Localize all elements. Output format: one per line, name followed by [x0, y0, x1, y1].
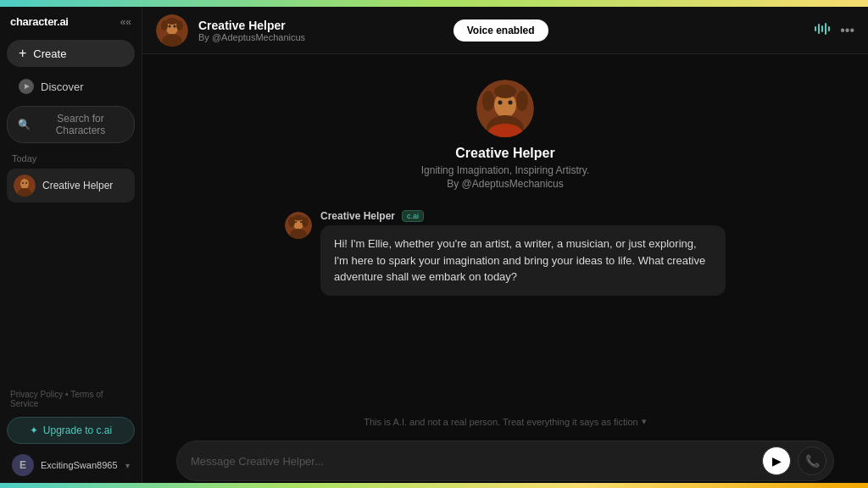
- search-characters-button[interactable]: 🔍 Search for Characters: [7, 106, 135, 143]
- message-avatar: [285, 212, 312, 239]
- discover-button[interactable]: Discover: [7, 72, 135, 101]
- svg-point-10: [169, 25, 171, 27]
- character-creator: By @AdeptusMechanicus: [447, 178, 564, 190]
- svg-point-24: [508, 101, 512, 105]
- header-character-creator: By @AdeptusMechanicus: [198, 32, 443, 42]
- voice-enabled-badge[interactable]: Voice enabled: [453, 19, 548, 42]
- header-character-info: Creative Helper By @AdeptusMechanicus: [198, 19, 443, 42]
- svg-rect-15: [815, 26, 816, 31]
- discover-icon: [19, 79, 34, 94]
- more-options-icon[interactable]: •••: [840, 23, 854, 38]
- main-area: Creative Helper By @AdeptusMechanicus Vo…: [142, 7, 868, 488]
- phone-icon: 📞: [805, 454, 820, 468]
- upgrade-icon: ✦: [30, 424, 38, 436]
- disclaimer-row: This is A.I. and not a real person. Trea…: [142, 411, 868, 432]
- search-icon: 🔍: [18, 119, 31, 130]
- message-bubble: Hi! I'm Ellie, whether you're an artist,…: [320, 225, 726, 296]
- svg-point-36: [293, 215, 303, 221]
- svg-point-23: [498, 101, 502, 105]
- send-icon: ▶: [772, 454, 782, 468]
- privacy-link[interactable]: Privacy Policy: [10, 390, 63, 399]
- waveform-icon[interactable]: [813, 20, 830, 41]
- chat-item-avatar: [14, 175, 36, 197]
- message-sender: Creative Helper: [320, 210, 395, 222]
- collapse-sidebar-button[interactable]: ««: [120, 16, 131, 28]
- svg-rect-16: [818, 24, 820, 34]
- disclaimer-chevron-icon: ▾: [642, 416, 647, 427]
- svg-rect-18: [825, 23, 826, 35]
- create-button[interactable]: + Create: [7, 40, 135, 67]
- character-name-large: Creative Helper: [455, 146, 554, 161]
- svg-point-6: [25, 182, 27, 184]
- svg-point-27: [494, 85, 516, 98]
- user-avatar: E: [12, 454, 34, 476]
- logo-row: character.ai ««: [7, 15, 135, 28]
- chat-item-name: Creative Helper: [42, 180, 113, 191]
- message-content: Creative Helper c.ai Hi! I'm Ellie, whet…: [320, 210, 726, 296]
- svg-rect-17: [821, 25, 823, 32]
- footer-separator: •: [65, 390, 69, 399]
- character-avatar-large: [476, 80, 534, 137]
- username: ExcitingSwan8965: [41, 460, 118, 470]
- today-section-label: Today: [7, 153, 135, 164]
- plus-icon: +: [19, 47, 26, 60]
- sidebar: character.ai «« + Create Discover 🔍 Sear…: [0, 7, 142, 488]
- call-button[interactable]: 📞: [798, 446, 826, 475]
- footer-links: Privacy Policy • Terms of Service: [7, 390, 135, 408]
- svg-point-11: [174, 25, 176, 27]
- svg-point-5: [22, 182, 24, 184]
- svg-point-14: [166, 18, 178, 25]
- message-row: Creative Helper c.ai Hi! I'm Ellie, whet…: [285, 210, 726, 296]
- header-actions: •••: [813, 20, 854, 41]
- user-info: E ExcitingSwan8965: [12, 454, 118, 476]
- header-character-name: Creative Helper: [198, 19, 443, 32]
- header-character-avatar: [156, 14, 188, 47]
- upgrade-button[interactable]: ✦ Upgrade to c.ai: [7, 417, 135, 444]
- svg-point-25: [482, 91, 494, 111]
- svg-point-33: [300, 221, 302, 223]
- character-tagline: Igniting Imagination, Inspiring Artistry…: [421, 164, 590, 176]
- top-gradient-bar: [0, 0, 868, 7]
- chat-header: Creative Helper By @AdeptusMechanicus Vo…: [142, 7, 868, 54]
- bottom-gradient-bar: [0, 483, 868, 488]
- user-menu[interactable]: E ExcitingSwan8965 ▾: [7, 451, 135, 480]
- input-row: ▶ 📞: [176, 441, 834, 481]
- ai-badge: c.ai: [402, 210, 424, 222]
- disclaimer-text: This is A.I. and not a real person. Trea…: [364, 417, 637, 427]
- message-input[interactable]: [191, 455, 755, 468]
- sidebar-footer: Privacy Policy • Terms of Service ✦ Upgr…: [7, 383, 135, 480]
- svg-point-26: [516, 91, 528, 111]
- chevron-down-icon: ▾: [125, 461, 130, 470]
- chat-area: Creative Helper Igniting Imagination, In…: [142, 54, 868, 411]
- message-text: Hi! I'm Ellie, whether you're an artist,…: [334, 237, 705, 283]
- app-logo: character.ai: [10, 15, 69, 28]
- send-button[interactable]: ▶: [762, 446, 791, 475]
- input-area: ▶ 📞: [142, 432, 868, 488]
- message-header: Creative Helper c.ai: [320, 210, 726, 222]
- svg-point-3: [20, 179, 29, 189]
- chat-item-creative-helper[interactable]: Creative Helper: [7, 169, 135, 202]
- svg-point-32: [295, 221, 297, 223]
- svg-rect-19: [828, 26, 830, 31]
- character-intro: Creative Helper Igniting Imagination, In…: [421, 80, 590, 190]
